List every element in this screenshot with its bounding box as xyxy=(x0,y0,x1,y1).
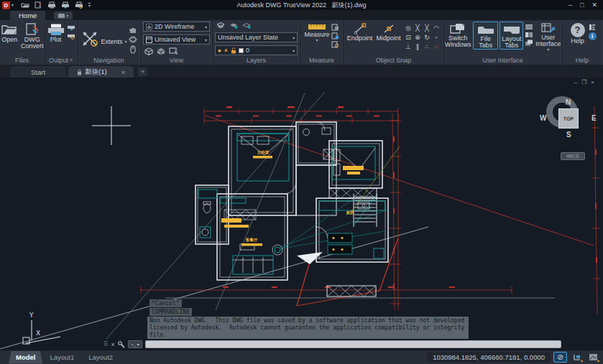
quadrant-snap-icon[interactable]: ⊕ xyxy=(413,33,423,42)
properties-info-icon[interactable] xyxy=(331,32,339,39)
node-snap-icon[interactable]: ▫ xyxy=(432,33,441,42)
perpendicular-snap-icon[interactable]: ⊥ xyxy=(404,42,413,52)
panel-view: 2D Wireframe▾ Unsaved View▾ View xyxy=(141,20,213,65)
layer-color-swatch[interactable] xyxy=(239,48,244,53)
customize-wrench-icon[interactable] xyxy=(118,341,125,348)
dwg-convert-button[interactable]: DWG Convert xyxy=(21,22,44,50)
viewcube-west[interactable]: W xyxy=(540,114,546,122)
tab-document[interactable]: 新块(1) × xyxy=(68,66,134,78)
application-menu-caret-icon[interactable]: ▾ xyxy=(11,4,14,7)
recent-commands-button[interactable]: >_▾ xyxy=(128,340,142,348)
doc-close-icon[interactable]: × xyxy=(591,79,599,85)
layer-unisolate-icon[interactable] xyxy=(242,22,252,29)
panel-layers: Unsaved Layer State▾ ● ☀ 0▾ Layers xyxy=(213,20,300,65)
qat-dwg-convert-icon[interactable] xyxy=(34,1,42,9)
infocenter-icon[interactable] xyxy=(589,24,596,31)
measure-button[interactable]: Measure▾ xyxy=(304,22,330,42)
apparent-intersection-snap-icon[interactable]: ╳ xyxy=(423,24,432,33)
layout-tab-layout1[interactable]: Layout1 xyxy=(42,351,81,364)
layer-isolate-icon[interactable] xyxy=(229,22,239,29)
snap-mode-icon[interactable]: ∩ xyxy=(432,42,441,52)
viewcube-east[interactable]: E xyxy=(592,114,597,122)
command-input[interactable] xyxy=(145,340,561,348)
visual-style-dropdown[interactable]: 2D Wireframe▾ xyxy=(143,22,210,32)
extension-snap-icon[interactable]: ◠ xyxy=(432,24,441,33)
drawing-canvas[interactable]: 主卧室 客餐厅 厨房 Y X –❐× N W E S TOP WCS *Canc… xyxy=(0,78,603,350)
layer-dropdown[interactable]: ● ☀ 0▾ xyxy=(215,45,298,55)
qat-batch-plot-icon[interactable] xyxy=(61,1,70,9)
layout-tabs-toggle[interactable]: Layout Tabs xyxy=(500,22,523,50)
annotation-monitor-icon[interactable]: ▲ xyxy=(570,352,584,363)
tangent-snap-icon[interactable]: ↻ xyxy=(423,33,432,42)
help-button[interactable]: ? Help xyxy=(569,22,587,45)
viewcube-top-face[interactable]: TOP xyxy=(558,108,579,129)
preview-icon[interactable] xyxy=(67,32,75,39)
doc-restore-icon[interactable]: ❐ xyxy=(581,79,591,85)
layer-properties-icon[interactable] xyxy=(216,22,226,29)
layer-unlock-icon[interactable] xyxy=(231,47,236,54)
open-button[interactable]: Open xyxy=(0,22,19,43)
layer-state-dropdown[interactable]: Unsaved Layer State▾ xyxy=(215,32,298,42)
panel-help: ? Help i Help xyxy=(562,20,602,65)
info-icon[interactable]: i xyxy=(589,32,597,40)
qat-plot-preview-icon[interactable] xyxy=(75,1,83,9)
switch-windows-button[interactable]: Switch Windows xyxy=(444,22,471,48)
layout-tab-layout2[interactable]: Layout2 xyxy=(81,351,120,364)
minimize-icon[interactable]: – xyxy=(569,1,572,9)
shaded-cube-icon[interactable] xyxy=(157,47,165,55)
cascade-icon[interactable] xyxy=(525,39,533,46)
layer-on-icon[interactable]: ● xyxy=(218,47,221,54)
walls xyxy=(195,122,388,297)
tab-close-icon[interactable]: × xyxy=(121,68,126,76)
inspect-icon[interactable] xyxy=(331,41,339,48)
graphics-performance-icon[interactable]: ▲ xyxy=(586,352,600,363)
close-icon[interactable]: ✕ xyxy=(592,1,597,9)
zoom-extents-button[interactable]: Extents▾ xyxy=(101,32,126,45)
viewcube-south[interactable]: S xyxy=(566,131,571,139)
named-view-dropdown[interactable]: Unsaved View▾ xyxy=(143,34,210,45)
maximize-icon[interactable]: □ xyxy=(580,1,584,9)
ribbon-tab-bar: Home ▾ xyxy=(0,10,603,20)
file-tabs-toggle[interactable]: File Tabs xyxy=(473,22,498,50)
parallel-snap-icon[interactable]: ∥ xyxy=(413,42,423,52)
zoom-extents-icon[interactable] xyxy=(80,29,99,48)
tab-home[interactable]: Home xyxy=(10,11,45,20)
nearest-snap-icon[interactable]: ∴ xyxy=(423,42,432,52)
intersection-snap-icon[interactable]: ╳ xyxy=(413,24,423,33)
command-bar-close-icon[interactable]: × xyxy=(111,341,115,348)
stray-lines xyxy=(0,92,555,349)
layer-freeze-icon[interactable]: ☀ xyxy=(224,47,229,54)
center-snap-icon[interactable]: ◎ xyxy=(404,24,413,33)
ribbon-options-button[interactable]: ▾ xyxy=(54,11,73,19)
steering-wheel-icon[interactable] xyxy=(129,45,137,54)
tile-vertically-icon[interactable] xyxy=(525,32,533,38)
qat-customize-icon[interactable]: ▾ xyxy=(88,3,91,8)
user-interface-button[interactable]: User Interface▾ xyxy=(535,22,561,52)
tab-start[interactable]: Start xyxy=(10,66,66,78)
label-kitchen: 厨房 xyxy=(346,210,355,215)
cube-icon[interactable] xyxy=(144,47,153,55)
clean-screen-icon[interactable]: ⊘ xyxy=(553,352,567,363)
output-dialog-launcher-icon[interactable]: » xyxy=(70,56,73,65)
doc-minimize-icon[interactable]: – xyxy=(574,79,581,85)
pan-icon[interactable] xyxy=(129,25,137,34)
endpoint-snap-button[interactable]: Endpoint xyxy=(346,22,374,42)
document-window-controls: –❐× xyxy=(574,79,599,85)
plot-button[interactable]: Plot xyxy=(47,22,65,43)
qat-plot-icon[interactable] xyxy=(47,1,56,9)
insertion-snap-icon[interactable]: ⊡ xyxy=(404,33,413,42)
drawing-viewport[interactable]: 主卧室 客餐厅 厨房 Y X xyxy=(0,78,603,350)
layout-tab-model[interactable]: Model xyxy=(9,351,42,364)
batch-plot-icon[interactable] xyxy=(67,24,75,31)
orbit-icon[interactable] xyxy=(129,35,137,44)
viewcube-north[interactable]: N xyxy=(566,98,571,106)
midpoint-snap-button[interactable]: Midpoint xyxy=(375,22,402,42)
qat-open-icon[interactable] xyxy=(21,1,29,9)
new-tab-button[interactable]: + xyxy=(138,67,147,76)
command-bar-grip[interactable]: ⠿ xyxy=(103,340,109,349)
wcs-menu[interactable]: WCS xyxy=(561,152,585,160)
quick-properties-icon[interactable] xyxy=(331,24,339,31)
menu-bar-icon[interactable] xyxy=(525,24,533,30)
named-views-manager-icon[interactable] xyxy=(169,47,178,55)
application-menu-icon[interactable]: D xyxy=(2,1,10,9)
